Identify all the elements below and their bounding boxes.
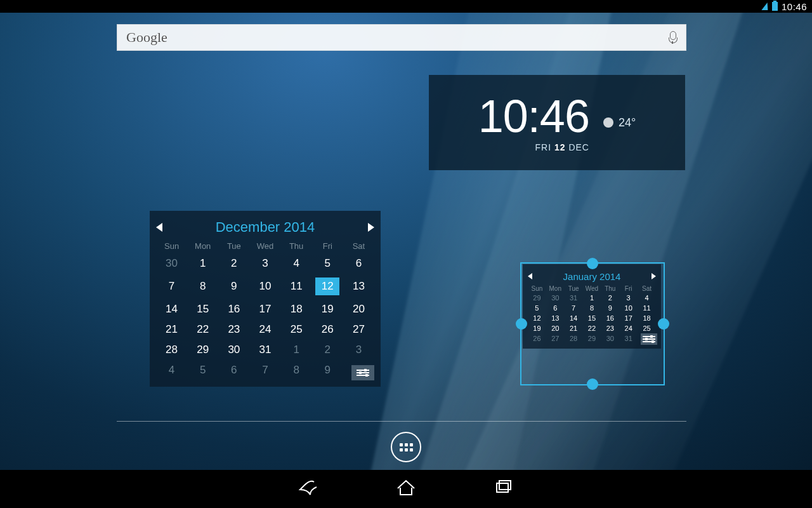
calendar-day[interactable]: 8 bbox=[583, 303, 601, 313]
calendar-day[interactable]: 30 bbox=[546, 293, 565, 303]
calendar-day[interactable]: 16 bbox=[601, 313, 619, 323]
calendar-day[interactable]: 17 bbox=[249, 299, 280, 319]
calendar-day[interactable]: 5 bbox=[187, 360, 218, 380]
prev-month-button[interactable] bbox=[528, 273, 532, 279]
calendar-day[interactable]: 31 bbox=[565, 293, 583, 303]
calendar-day[interactable]: 24 bbox=[619, 323, 638, 333]
calendar-day[interactable]: 24 bbox=[249, 319, 280, 340]
calendar-settings-button[interactable] bbox=[641, 333, 657, 345]
resize-handle-left[interactable] bbox=[516, 318, 527, 330]
calendar-day[interactable]: 29 bbox=[187, 340, 218, 360]
calendar-day[interactable]: 20 bbox=[546, 323, 565, 333]
calendar-day[interactable]: 2 bbox=[601, 293, 619, 303]
google-search-bar[interactable]: Google bbox=[117, 24, 686, 51]
calendar-day[interactable]: 23 bbox=[601, 323, 619, 333]
calendar-day[interactable]: 8 bbox=[187, 274, 218, 299]
back-button[interactable] bbox=[298, 477, 319, 501]
calendar-day[interactable]: 1 bbox=[281, 340, 312, 360]
calendar-day[interactable]: 22 bbox=[187, 319, 218, 340]
calendar-settings-button[interactable] bbox=[351, 365, 374, 380]
calendar-day[interactable]: 9 bbox=[312, 360, 343, 380]
calendar-title[interactable]: December 2014 bbox=[216, 219, 315, 236]
weather[interactable]: 24° bbox=[603, 116, 636, 130]
calendar-day[interactable]: 4 bbox=[281, 253, 312, 274]
grid-icon bbox=[400, 443, 413, 451]
calendar-day[interactable]: 28 bbox=[565, 333, 583, 344]
calendar-day[interactable]: 13 bbox=[343, 274, 374, 299]
prev-month-button[interactable] bbox=[156, 223, 162, 232]
calendar-day[interactable]: 30 bbox=[156, 253, 187, 274]
calendar-day[interactable]: 3 bbox=[249, 253, 280, 274]
resize-handle-right[interactable] bbox=[658, 318, 669, 330]
calendar-day[interactable]: 19 bbox=[528, 323, 546, 333]
calendar-title[interactable]: January 2014 bbox=[563, 271, 621, 282]
calendar-widget-december[interactable]: December 2014 SunMonTueWedThuFriSat30123… bbox=[150, 211, 381, 387]
calendar-day[interactable]: 30 bbox=[218, 340, 249, 360]
calendar-day[interactable]: 5 bbox=[312, 253, 343, 274]
mic-icon[interactable] bbox=[668, 31, 677, 44]
calendar-day[interactable]: 12 bbox=[528, 313, 546, 323]
calendar-day[interactable]: 6 bbox=[546, 303, 565, 313]
calendar-day[interactable]: 15 bbox=[583, 313, 601, 323]
calendar-day[interactable]: 16 bbox=[218, 299, 249, 319]
calendar-day[interactable]: 11 bbox=[281, 274, 312, 299]
calendar-day[interactable]: 31 bbox=[619, 333, 638, 344]
home-button[interactable] bbox=[395, 477, 417, 501]
next-month-button[interactable] bbox=[652, 273, 656, 279]
app-drawer-button[interactable] bbox=[391, 432, 421, 462]
resize-handle-bottom[interactable] bbox=[587, 378, 598, 390]
calendar-day[interactable]: 29 bbox=[583, 333, 601, 344]
calendar-day[interactable]: 14 bbox=[565, 313, 583, 323]
calendar-day[interactable]: 3 bbox=[343, 340, 374, 360]
calendar-widget-january[interactable]: January 2014 SunMonTueWedThuFriSat293031… bbox=[523, 264, 661, 349]
calendar-day[interactable]: 31 bbox=[249, 340, 280, 360]
calendar-day[interactable]: 10 bbox=[619, 303, 638, 313]
calendar-day[interactable]: 17 bbox=[619, 313, 638, 323]
calendar-day[interactable]: 26 bbox=[312, 319, 343, 340]
calendar-day[interactable]: 13 bbox=[546, 313, 565, 323]
calendar-day[interactable]: 1 bbox=[187, 253, 218, 274]
recent-apps-button[interactable] bbox=[493, 477, 514, 501]
calendar-day[interactable]: 25 bbox=[638, 323, 656, 333]
calendar-day[interactable]: 29 bbox=[528, 293, 546, 303]
weekday-header: Sun bbox=[156, 239, 187, 253]
calendar-day[interactable]: 11 bbox=[638, 303, 656, 313]
calendar-day[interactable]: 4 bbox=[638, 293, 656, 303]
calendar-day[interactable]: 18 bbox=[638, 313, 656, 323]
calendar-day[interactable]: 21 bbox=[156, 319, 187, 340]
calendar-day[interactable]: 4 bbox=[156, 360, 187, 380]
calendar-day[interactable]: 18 bbox=[281, 299, 312, 319]
calendar-day[interactable]: 7 bbox=[249, 360, 280, 380]
calendar-day[interactable]: 30 bbox=[601, 333, 619, 344]
calendar-day[interactable]: 28 bbox=[156, 340, 187, 360]
calendar-day[interactable]: 21 bbox=[565, 323, 583, 333]
resize-handle-top[interactable] bbox=[587, 258, 598, 269]
calendar-day[interactable]: 7 bbox=[565, 303, 583, 313]
calendar-day[interactable]: 9 bbox=[601, 303, 619, 313]
calendar-day[interactable]: 20 bbox=[343, 299, 374, 319]
status-bar: 10:46 bbox=[0, 0, 812, 13]
calendar-day[interactable]: 1 bbox=[583, 293, 601, 303]
calendar-day[interactable]: 25 bbox=[281, 319, 312, 340]
calendar-day[interactable]: 5 bbox=[528, 303, 546, 313]
calendar-day[interactable]: 2 bbox=[312, 340, 343, 360]
calendar-day[interactable]: 2 bbox=[218, 253, 249, 274]
calendar-day[interactable]: 22 bbox=[583, 323, 601, 333]
calendar-day[interactable]: 6 bbox=[218, 360, 249, 380]
calendar-day[interactable]: 10 bbox=[249, 274, 280, 299]
calendar-day[interactable]: 27 bbox=[343, 319, 374, 340]
calendar-day[interactable]: 23 bbox=[218, 319, 249, 340]
calendar-day[interactable]: 15 bbox=[187, 299, 218, 319]
calendar-day[interactable]: 7 bbox=[156, 274, 187, 299]
calendar-day[interactable]: 26 bbox=[528, 333, 546, 344]
calendar-day[interactable]: 19 bbox=[312, 299, 343, 319]
calendar-day[interactable]: 9 bbox=[218, 274, 249, 299]
calendar-day[interactable]: 3 bbox=[619, 293, 638, 303]
calendar-day[interactable]: 27 bbox=[546, 333, 565, 344]
next-month-button[interactable] bbox=[368, 223, 374, 232]
clock-widget[interactable]: 10:46 FRI 12 DEC 24° bbox=[429, 75, 685, 170]
calendar-day[interactable]: 12 bbox=[312, 274, 343, 299]
calendar-day[interactable]: 14 bbox=[156, 299, 187, 319]
calendar-day[interactable]: 6 bbox=[343, 253, 374, 274]
calendar-day[interactable]: 8 bbox=[281, 360, 312, 380]
